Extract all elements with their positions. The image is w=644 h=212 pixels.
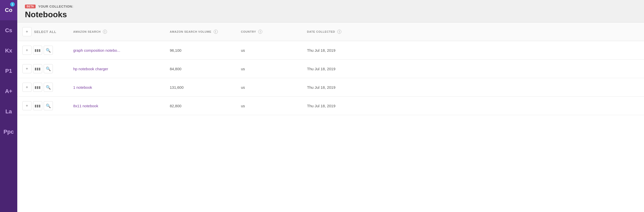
chart-row-button[interactable]: ▮▮▮ (33, 101, 42, 110)
search-row-button[interactable]: 🔍 (44, 83, 53, 92)
chart-icon: ▮▮▮ (35, 48, 41, 52)
main-content: BETA YOUR COLLECTION: Notebooks + select… (17, 0, 644, 212)
chart-icon: ▮▮▮ (35, 67, 41, 71)
row-search-term: 8x11 notebook (68, 97, 165, 115)
row-date: Thu Jul 18, 2019 (302, 41, 644, 60)
sidebar: Co 1 Cs Kx P1 A+ La Ppc (0, 0, 17, 212)
chart-row-button[interactable]: ▮▮▮ (33, 83, 42, 92)
chart-row-button[interactable]: ▮▮▮ (33, 64, 42, 73)
add-row-button[interactable]: + (22, 83, 32, 92)
search-row-button[interactable]: 🔍 (44, 46, 53, 55)
chart-icon: ▮▮▮ (35, 85, 41, 89)
add-row-button[interactable]: + (22, 101, 32, 110)
table-row: + ▮▮▮ 🔍 1 notebook 131,600 us Thu (17, 78, 644, 97)
country-info-icon[interactable]: i (258, 30, 262, 34)
row-search-term: 1 notebook (68, 78, 165, 97)
row-country: us (236, 78, 302, 97)
date-collected-info-icon[interactable]: i (337, 30, 341, 34)
keywords-table: + select all AMAZON SEARCH i AMAZON SEAR… (17, 23, 644, 115)
column-header-search: AMAZON SEARCH i (68, 23, 165, 41)
sidebar-item-label: A+ (5, 88, 12, 95)
search-icon: 🔍 (46, 85, 51, 90)
row-volume: 131,600 (165, 78, 236, 97)
row-search-term: hp notebook charger (68, 60, 165, 78)
sidebar-badge: 1 (10, 2, 15, 7)
search-row-button[interactable]: 🔍 (44, 64, 53, 73)
row-date: Thu Jul 18, 2019 (302, 60, 644, 78)
search-row-button[interactable]: 🔍 (44, 101, 53, 110)
row-country: us (236, 97, 302, 115)
sidebar-item-label: Co (5, 7, 12, 13)
chart-icon: ▮▮▮ (35, 104, 41, 108)
column-header-country: COUNTRY i (236, 23, 302, 41)
page-header: BETA YOUR COLLECTION: Notebooks (17, 0, 644, 23)
column-header-date: DATE COLLECTED i (302, 23, 644, 41)
row-volume: 82,800 (165, 97, 236, 115)
row-action-cell: + ▮▮▮ 🔍 (17, 78, 68, 97)
sidebar-item-cs[interactable]: Cs (0, 20, 17, 41)
add-row-button[interactable]: + (22, 64, 32, 73)
search-icon: 🔍 (46, 48, 51, 53)
sidebar-item-co[interactable]: Co 1 (0, 0, 17, 20)
add-row-button[interactable]: + (22, 46, 32, 55)
sidebar-item-label: Ppc (4, 129, 14, 135)
page-title: Notebooks (25, 10, 636, 19)
sidebar-item-la[interactable]: La (0, 101, 17, 122)
sidebar-item-aplus[interactable]: A+ (0, 81, 17, 101)
search-icon: 🔍 (46, 103, 51, 108)
row-search-term: graph composition notebo... (68, 41, 165, 60)
table-row: + ▮▮▮ 🔍 hp notebook charger 84,800 us (17, 60, 644, 78)
row-action-cell: + ▮▮▮ 🔍 (17, 97, 68, 115)
sidebar-item-label: Cs (5, 27, 12, 34)
amazon-search-info-icon[interactable]: i (103, 30, 107, 34)
table-row: + ▮▮▮ 🔍 graph composition notebo... 96,1… (17, 41, 644, 60)
sidebar-item-kx[interactable]: Kx (0, 41, 17, 61)
chart-row-button[interactable]: ▮▮▮ (33, 46, 42, 55)
row-volume: 96,100 (165, 41, 236, 60)
column-header-action: + select all (17, 23, 68, 41)
row-volume: 84,800 (165, 60, 236, 78)
amazon-search-volume-info-icon[interactable]: i (214, 30, 218, 34)
sidebar-item-label: Kx (5, 47, 12, 54)
row-date: Thu Jul 18, 2019 (302, 97, 644, 115)
table-container: + select all AMAZON SEARCH i AMAZON SEAR… (17, 23, 644, 212)
sidebar-item-label: P1 (5, 68, 12, 74)
row-country: us (236, 41, 302, 60)
row-country: us (236, 60, 302, 78)
sidebar-item-ppc[interactable]: Ppc (0, 122, 17, 142)
row-date: Thu Jul 18, 2019 (302, 78, 644, 97)
table-row: + ▮▮▮ 🔍 8x11 notebook 82,800 us Th (17, 97, 644, 115)
row-action-cell: + ▮▮▮ 🔍 (17, 41, 68, 60)
select-all-label: select all (34, 30, 56, 34)
add-all-button[interactable]: + (22, 27, 32, 36)
search-icon: 🔍 (46, 66, 51, 71)
collection-label: YOUR COLLECTION: (38, 5, 73, 8)
column-header-volume: AMAZON SEARCH VOLUME i (165, 23, 236, 41)
sidebar-item-p1[interactable]: P1 (0, 61, 17, 81)
row-action-cell: + ▮▮▮ 🔍 (17, 60, 68, 78)
sidebar-item-label: La (5, 108, 12, 115)
beta-badge: BETA (25, 5, 36, 8)
